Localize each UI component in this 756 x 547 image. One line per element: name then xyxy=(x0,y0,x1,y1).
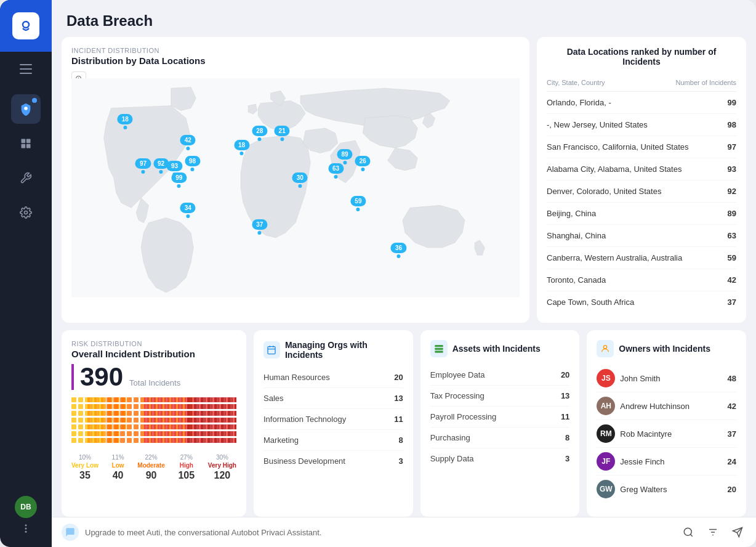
owner-row: AH Andrew Hutchinson 42 xyxy=(597,392,736,420)
map-pin[interactable]: 28 xyxy=(252,126,267,141)
owner-name: Rob Macintyre xyxy=(620,429,722,439)
svg-rect-7 xyxy=(26,139,31,144)
rankings-title: Data Locations ranked by number of Incid… xyxy=(547,47,736,67)
map-pin[interactable]: 18 xyxy=(234,140,249,155)
send-icon[interactable] xyxy=(729,524,746,541)
owner-count: 42 xyxy=(728,402,736,411)
sidebar-item-wrench[interactable] xyxy=(11,163,41,193)
sidebar-logo xyxy=(0,0,52,52)
map-pin[interactable]: 89 xyxy=(337,149,353,164)
orgs-title: Managing Orgs with Incidents xyxy=(285,340,403,360)
org-row: Marketing8 xyxy=(263,430,403,451)
svg-point-29 xyxy=(604,346,607,349)
map-pin[interactable]: 97 xyxy=(135,158,151,174)
svg-line-31 xyxy=(690,534,692,536)
map-card-label: Incident Distribution xyxy=(71,47,520,54)
sidebar-dots-icon[interactable] xyxy=(20,523,31,537)
logo-icon xyxy=(12,12,39,39)
user-avatar[interactable]: DB xyxy=(15,496,37,518)
map-pin[interactable]: 37 xyxy=(252,219,267,235)
location-name: -, New Jersey, United States xyxy=(547,120,648,129)
rankings-list[interactable]: Orlando, Florida, -99-, New Jersey, Unit… xyxy=(547,92,736,313)
org-row: Information Technology11 xyxy=(263,409,403,430)
search-icon[interactable] xyxy=(680,524,697,541)
sidebar-nav xyxy=(11,89,41,496)
owner-avatar: RM xyxy=(597,424,615,443)
org-count: 20 xyxy=(394,373,403,382)
map-pin[interactable]: 34 xyxy=(180,203,196,218)
incident-count: 98 xyxy=(728,120,736,129)
ranking-row: Orlando, Florida, -99 xyxy=(547,92,736,114)
risk-legend: 10% Very Low 35 11% Low 40 22% Moderate … xyxy=(71,454,236,481)
owner-count: 37 xyxy=(728,429,736,439)
sidebar: DB xyxy=(0,0,52,547)
map-pin[interactable]: 59 xyxy=(350,196,366,211)
svg-point-10 xyxy=(25,211,28,214)
map-pin[interactable]: 18 xyxy=(118,114,133,129)
svg-rect-26 xyxy=(435,345,443,347)
svg-point-12 xyxy=(25,528,27,530)
owner-count: 48 xyxy=(728,374,736,383)
col-city-label: City, State, Country xyxy=(547,79,605,86)
map-pin[interactable]: 42 xyxy=(180,135,196,150)
incident-count: 37 xyxy=(728,298,736,307)
org-name: Marketing xyxy=(263,436,299,445)
org-name: Human Resources xyxy=(263,373,330,382)
map-pin[interactable]: 30 xyxy=(292,172,308,188)
location-name: San Francisco, California, United States xyxy=(547,142,689,152)
incident-count: 42 xyxy=(728,275,736,285)
risk-total-number: 390 xyxy=(71,364,123,390)
svg-rect-28 xyxy=(435,350,443,352)
svg-rect-9 xyxy=(26,144,31,148)
world-map: 18 42 97 92 93 98 99 34 xyxy=(71,71,520,305)
risk-total: 390 Total Incidents xyxy=(71,364,236,390)
map-pin[interactable]: 99 xyxy=(171,172,187,188)
ranking-row: Denver, Colorado, United States92 xyxy=(547,180,736,203)
org-name: Business Development xyxy=(263,456,345,466)
page-title: Data Breach xyxy=(66,12,741,30)
map-pins-container: 18 42 97 92 93 98 99 34 xyxy=(71,71,520,305)
menu-toggle-icon[interactable] xyxy=(20,64,32,77)
main-content: Data Breach Incident Distribution Distri… xyxy=(52,0,756,547)
sidebar-item-grid[interactable] xyxy=(11,129,41,158)
incident-count: 99 xyxy=(728,98,736,107)
filter-icon[interactable] xyxy=(704,524,722,541)
map-pin[interactable]: 98 xyxy=(185,156,200,171)
owners-header: Owners with Incidents xyxy=(597,340,736,357)
sidebar-item-gear[interactable] xyxy=(11,198,41,227)
incident-count: 63 xyxy=(728,231,736,240)
ranking-row: Cape Town, South Africa37 xyxy=(547,291,736,313)
ranking-row: Beijing, China89 xyxy=(547,203,736,225)
orgs-card: Managing Orgs with Incidents Human Resou… xyxy=(254,330,413,517)
location-name: Toronto, Canada xyxy=(547,275,606,285)
ranking-row: Alabama City, Alabama, United States93 xyxy=(547,158,736,180)
asset-count: 11 xyxy=(561,412,569,421)
owners-icon xyxy=(597,340,614,357)
asset-name: Employee Data xyxy=(430,370,485,379)
org-name: Information Technology xyxy=(263,415,346,424)
location-name: Cape Town, South Africa xyxy=(547,298,634,307)
asset-count: 13 xyxy=(561,391,569,400)
sidebar-item-shield[interactable] xyxy=(11,94,41,124)
location-name: Shanghai, China xyxy=(547,231,606,240)
ranking-row: San Francisco, California, United States… xyxy=(547,136,736,158)
sidebar-bottom: DB xyxy=(15,496,37,547)
orgs-icon xyxy=(263,341,280,359)
risk-card-title: Overall Incident Distribution xyxy=(71,349,236,359)
map-pin[interactable]: 21 xyxy=(275,126,290,141)
svg-rect-0 xyxy=(17,17,34,34)
assets-header: Assets with Incidents xyxy=(430,340,570,357)
map-pin[interactable]: 36 xyxy=(391,243,406,258)
ranking-row: Toronto, Canada42 xyxy=(547,269,736,291)
owner-avatar: AH xyxy=(597,397,615,415)
org-count: 8 xyxy=(398,436,403,445)
map-pin[interactable]: 63 xyxy=(328,163,344,179)
owner-name: John Smith xyxy=(620,374,722,383)
asset-name: Purchasing xyxy=(430,433,470,442)
asset-count: 8 xyxy=(565,433,569,442)
owner-avatar: JF xyxy=(597,452,615,471)
svg-rect-4 xyxy=(20,73,32,74)
owner-name: Andrew Hutchinson xyxy=(620,402,722,411)
map-pin[interactable]: 26 xyxy=(355,156,371,171)
svg-rect-27 xyxy=(435,348,443,350)
